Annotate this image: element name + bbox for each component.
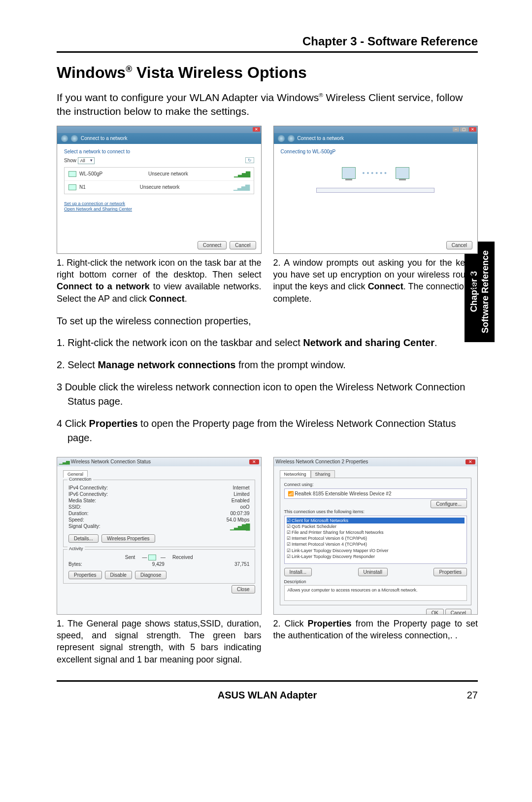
cancel-button[interactable]: Cancel [446,241,472,249]
col-left-2: ▁▃▅ Wireless Network Connection Status ✕… [57,457,262,665]
connect-network-window: ✕ Connect to a network Select a network … [57,126,262,254]
close-button[interactable]: Close [232,585,255,593]
progress-bar [316,188,434,193]
net-type: Unsecure network [140,184,180,190]
show-select[interactable]: All [78,157,95,164]
props-steps: 1. Right-click the network icon on the t… [57,336,478,445]
wireless-props-button[interactable]: Wireless Properties [101,534,155,543]
close-icon[interactable]: ✕ [466,459,475,464]
props-intro: To set up the wireless connection proper… [57,315,478,327]
diagnose-button[interactable]: Diagnose [135,571,166,579]
back-icon[interactable] [278,135,285,142]
list-item[interactable]: Link-Layer Topology Discovery Mapper I/O… [287,548,465,554]
dlg-titlebar: ▁▃▅ Wireless Network Connection Status ✕ [57,457,261,466]
header-rule [57,51,478,53]
footer: ASUS WLAN Adapter 27 [57,690,478,701]
max-icon[interactable]: ▢ [460,127,468,132]
intro-text: If you want to configure your WLAN Adapt… [57,91,478,119]
tab-networking[interactable]: Networking [280,470,311,478]
close-icon[interactable]: ✕ [253,127,260,132]
pc-right-icon [396,167,409,179]
col-right-1: − ▢ ✕ Connect to a network Connecting to… [273,126,478,305]
caption-2: 2. Click Properties from the Property pa… [273,618,478,642]
dlg-title-text: Wireless Network Connection Status [71,459,151,464]
tab-sharing[interactable]: Sharing [311,470,335,478]
breadcrumb-bar: Connect to a network [274,133,478,144]
network-row[interactable]: WL-500gP Unsecure network ▁▃▅▇ [65,168,254,181]
setup-link[interactable]: Set up a connection or network [64,201,254,207]
back-icon[interactable] [61,135,68,142]
desc-label: Description [284,579,467,584]
window-body: Select a network to connect to Show All … [57,144,261,217]
network-list: WL-500gP Unsecure network ▁▃▅▇ N1 Unsecu… [64,167,254,194]
install-button[interactable]: Install... [284,568,312,576]
item-properties-button[interactable]: Properties [433,568,467,576]
col-right-2: Wireless Network Connection 2 Properties… [273,457,478,665]
dlg-body: General Connection IPv4 Connectivity:Int… [57,466,261,596]
list-item[interactable]: File and Printer Sharing for Microsoft N… [287,529,465,535]
cancel-button[interactable]: Cancel [230,241,256,249]
sharing-link[interactable]: Open Network and Sharing Center [64,207,254,212]
min-icon[interactable]: − [453,127,459,132]
close-icon[interactable]: ✕ [469,127,476,132]
signal-icon: ▁▃▅▇ [234,171,250,177]
window-body: Connecting to WL-500gP •••••• [274,144,478,198]
close-icon[interactable]: ✕ [249,459,259,464]
page-number: 27 [467,690,478,701]
screenshot-row-2: ▁▃▅ Wireless Network Connection Status ✕… [57,457,478,665]
dlg-title-text: Wireless Network Connection 2 Properties [276,459,368,464]
dots-icon: •••••• [363,169,389,177]
monitor-icon [68,184,76,190]
uninstall-button[interactable]: Uninstall [358,568,388,576]
connecting-animation: •••••• [281,167,471,179]
connecting-text: Connecting to WL-500gP [281,149,471,154]
monitor-icon [68,171,76,177]
net-name: WL-500gP [79,171,102,176]
refresh-button[interactable]: ↻ [245,157,254,163]
title-rest: Vista Wireless Options [132,64,307,81]
intro-part1: If you want to configure your WLAN Adapt… [57,92,319,103]
properties-button[interactable]: Properties [68,571,102,579]
list-item[interactable]: Client for Microsoft Networks [287,518,465,523]
footer-brand: ASUS WLAN Adapter [218,690,317,701]
status-dialog: ▁▃▅ Wireless Network Connection Status ✕… [57,457,262,615]
col-left-1: ✕ Connect to a network Select a network … [57,126,262,305]
network-row[interactable]: N1 Unsecure network ▁▃▅▇ [65,181,254,194]
net-name: N1 [79,184,86,190]
link-area: Set up a connection or network Open Netw… [64,201,254,212]
items-label: This connection uses the following items… [284,509,467,514]
breadcrumb-bar: Connect to a network [57,133,261,144]
footer-rule [57,680,478,682]
details-button[interactable]: Details... [68,534,99,543]
fs-label: Connection [67,477,93,482]
net-type: Unsecure network [148,171,188,176]
device-name: Realtek 8185 Extensible Wireless Device … [295,491,391,496]
list-item[interactable]: Internet Protocol Version 4 (TCP/IPv4) [287,541,465,547]
list-item[interactable]: Link-Layer Topology Discovery Responder [287,554,465,559]
configure-button[interactable]: Configure... [431,500,467,508]
desc-text: Allows your computer to access resources… [284,585,467,601]
cancel-button[interactable]: Cancel [445,609,471,615]
connect-button[interactable]: Connect [198,241,227,249]
show-label: Show [64,158,76,163]
chapter-header: Chapter 3 - Software Reference [57,35,478,51]
signal-icon: ▁▃▅▇█ [230,523,250,530]
ok-button[interactable]: OK [426,609,444,615]
list-item[interactable]: QoS Packet Scheduler [287,523,465,529]
device-box: 📶 Realtek 8185 Extensible Wireless Devic… [284,488,467,499]
monitor-icon [148,555,156,560]
page-title: Windows® Vista Wireless Options [57,64,478,82]
items-listbox[interactable]: Client for Microsoft Networks QoS Packet… [284,516,467,564]
list-item[interactable]: Internet Protocol Version 6 (TCP/IPv6) [287,535,465,541]
props-step-2: 2. Select Manage network connections fro… [57,358,478,372]
intro-reg: ® [319,92,323,98]
window-footer: Connect Cancel [198,241,256,249]
caption-1: 1. The General page shows status,SSID, d… [57,618,262,665]
titlebar: − ▢ ✕ [274,126,478,133]
tab-panel: Connect using: 📶 Realtek 8185 Extensible… [280,478,472,605]
properties-dialog: Wireless Network Connection 2 Properties… [273,457,478,615]
registered-symbol: ® [126,64,132,74]
disable-button[interactable]: Disable [105,571,132,579]
connection-fieldset: Connection IPv4 Connectivity:Internet IP… [63,480,255,547]
select-heading: Select a network to connect to [64,149,254,154]
